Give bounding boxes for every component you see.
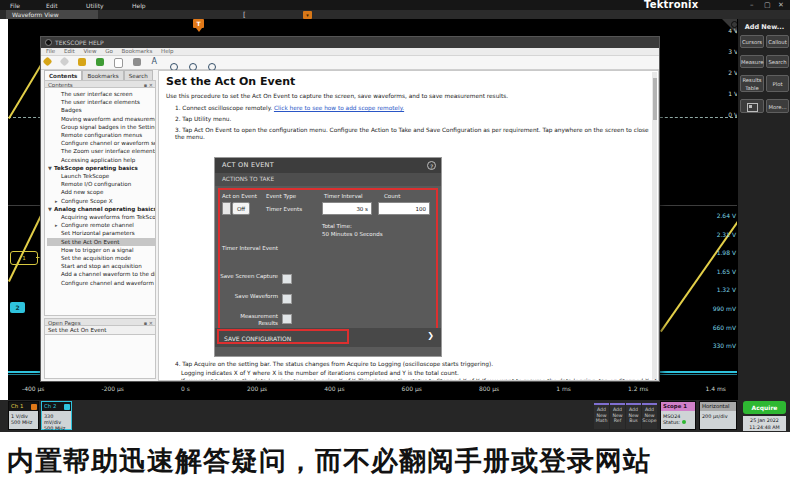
scope1-badge[interactable]: Scope 1 MSO24Status: — [660, 401, 696, 430]
help-window-title: TEKSCOPE HELP — [55, 39, 104, 46]
act-on-event-toggle[interactable]: Off — [232, 202, 250, 215]
ch2-scale-label: 1.32 V — [704, 286, 736, 293]
ch1-bandwidth: 500 MHz — [11, 419, 38, 425]
ch1-badge[interactable]: Ch 1 1 V/div500 MHz — [8, 401, 39, 430]
tree-item[interactable]: ▼TekScope operating basics — [47, 164, 155, 172]
tree-item[interactable]: The user interface screen — [47, 90, 155, 98]
add-scope-link[interactable]: Click here to see how to add scope remot… — [274, 105, 404, 111]
add-new-math-button[interactable]: Add New Math — [594, 403, 609, 429]
mask-test-button[interactable] — [740, 99, 764, 113]
back-icon[interactable] — [43, 57, 53, 67]
tree-item-selected[interactable]: Set the Act On Event — [47, 238, 155, 246]
tree-item[interactable]: Configure channel and waveform settings — [47, 279, 155, 287]
tree-item[interactable]: ▼Analog channel operating basics — [47, 205, 155, 213]
ch2-reference-marker[interactable]: 2 — [10, 302, 25, 313]
dialog-help-icon[interactable]: ? — [427, 161, 436, 170]
ch1-reference-marker[interactable]: 1 — [10, 251, 38, 265]
help-menu-view[interactable]: View — [83, 48, 96, 54]
trigger-flag-icon[interactable]: T — [193, 19, 204, 28]
search-button[interactable]: Search — [766, 55, 789, 68]
time-axis-label: 1.2 ms — [628, 385, 648, 399]
tab-waveform-view[interactable]: Waveform View — [6, 10, 98, 19]
datetime-display: 25 Jan 202211:24:48 AM — [743, 416, 786, 431]
ch1-scale-label: 1 V — [710, 90, 738, 97]
sync-toc-icon[interactable] — [96, 58, 104, 66]
tree-item[interactable]: Set the acquisition mode — [47, 254, 155, 262]
trigger-flag-tip — [196, 28, 202, 32]
print-icon[interactable] — [133, 58, 141, 66]
menu-utility[interactable]: Utility — [86, 2, 104, 9]
page-icon[interactable] — [114, 58, 123, 68]
help-menu-bookmarks[interactable]: Bookmarks — [122, 48, 153, 54]
menu-edit[interactable]: Edit — [46, 2, 58, 9]
event-type-value[interactable]: Timer Events — [266, 206, 302, 212]
content-scrollbar[interactable] — [652, 72, 657, 379]
close-icon[interactable]: ✕ — [778, 1, 784, 9]
plot-button[interactable]: Plot — [766, 75, 789, 92]
help-title-bar[interactable]: TEKSCOPE HELP — [41, 37, 659, 48]
text-size-icon[interactable]: A — [152, 58, 160, 66]
callout-button[interactable]: Callout — [766, 35, 789, 48]
help-menu-go[interactable]: Go — [105, 48, 113, 54]
tree-item[interactable]: Set Horizontal parameters — [47, 229, 155, 237]
tree-item[interactable]: Remote I/O configuration — [47, 180, 155, 188]
measure-button[interactable]: Measure — [740, 55, 764, 68]
measurement-results-checkbox[interactable] — [282, 314, 292, 324]
tab-contents[interactable]: Contents — [44, 70, 82, 80]
tree-item[interactable]: ▸Configure Scope X — [47, 197, 155, 205]
save-waveform-label: Save Waveform — [220, 293, 278, 300]
menu-help[interactable]: Help — [132, 2, 146, 9]
help-menu-edit[interactable]: Edit — [64, 48, 75, 54]
add-new-bus-button[interactable]: Add New Bus — [626, 403, 641, 429]
tree-item[interactable]: Start and stop an acquisition — [47, 262, 155, 270]
help-menu-help[interactable]: Help — [161, 48, 174, 54]
cursors-button[interactable]: Cursors — [740, 35, 764, 48]
tree-item[interactable]: The user interface elements — [47, 98, 155, 106]
tree-item[interactable]: Group signal badges in the Settings bar — [47, 123, 155, 131]
timer-interval-input[interactable]: 30 s — [322, 202, 372, 215]
tree-item[interactable]: Add new scope — [47, 188, 155, 196]
minimize-icon[interactable]: – — [750, 1, 754, 9]
tree-item[interactable]: Badges — [47, 106, 155, 114]
tree-item[interactable]: How to trigger on a signal — [47, 246, 155, 254]
save-waveform-checkbox[interactable] — [282, 294, 292, 304]
time-axis-label: -400 μs — [22, 385, 44, 399]
ch2-bandwidth: 500 MHz — [44, 425, 71, 431]
add-new-ref-button[interactable]: Add New Ref — [610, 403, 625, 429]
tree-item[interactable]: Launch TekScope — [47, 172, 155, 180]
view-tab-bar: Waveform View [ ▾ — [0, 10, 790, 19]
tree-item[interactable]: The Zoom user interface elements — [47, 147, 155, 155]
toggle-track[interactable] — [222, 202, 231, 215]
act-on-event-label: Act on Event — [222, 193, 257, 199]
expansion-point-icon[interactable]: ▾ — [303, 11, 312, 19]
forward-icon[interactable] — [60, 57, 70, 67]
save-configuration-bar[interactable]: SAVE CONFIGURATION ❯ — [215, 328, 441, 347]
tree-item[interactable]: ▸Configure remote channel — [47, 221, 155, 229]
ch1-scale-label: 0 V — [710, 111, 738, 118]
time-axis-label: 1 ms — [556, 385, 571, 399]
tree-item[interactable]: Configure channel or waveform settings — [47, 139, 155, 147]
save-screen-capture-checkbox[interactable] — [282, 274, 292, 284]
tree-item[interactable]: Acquiring waveforms from TekScope — [47, 213, 155, 221]
more-button[interactable]: More... — [766, 99, 789, 113]
count-input[interactable]: 100 — [378, 202, 430, 215]
tree-item[interactable]: Accessing application help — [47, 156, 155, 164]
tab-bookmarks[interactable]: Bookmarks — [82, 70, 123, 80]
horizontal-badge[interactable]: Horizontal 200 μs/div — [699, 401, 737, 430]
tab-search[interactable]: Search — [124, 70, 153, 80]
tree-item[interactable]: Add a channel waveform to the display — [47, 270, 155, 278]
ch2-badge-label: Ch 2 — [44, 403, 56, 409]
results-table-button[interactable]: Results Table — [740, 75, 764, 92]
tree-item[interactable]: Remote configuration menus — [47, 131, 155, 139]
help-menu-file[interactable]: File — [46, 48, 55, 54]
add-new-scope-button[interactable]: Add New Scope — [642, 403, 657, 429]
home-icon[interactable] — [78, 58, 86, 66]
step-1: 1. Connect oscilloscope remotely. Click … — [175, 105, 655, 112]
scrollbar-thumb[interactable] — [653, 78, 657, 120]
acquire-button[interactable]: Acquire — [743, 401, 786, 414]
open-page-item[interactable]: Set the Act On Event — [44, 326, 156, 335]
maximize-icon[interactable]: ▢ — [764, 1, 771, 9]
tree-item[interactable]: Moving waveform and measurement ba... — [47, 115, 155, 123]
menu-file[interactable]: File — [10, 2, 20, 9]
ch2-badge[interactable]: Ch 2 330 mV/div500 MHz — [41, 401, 72, 430]
